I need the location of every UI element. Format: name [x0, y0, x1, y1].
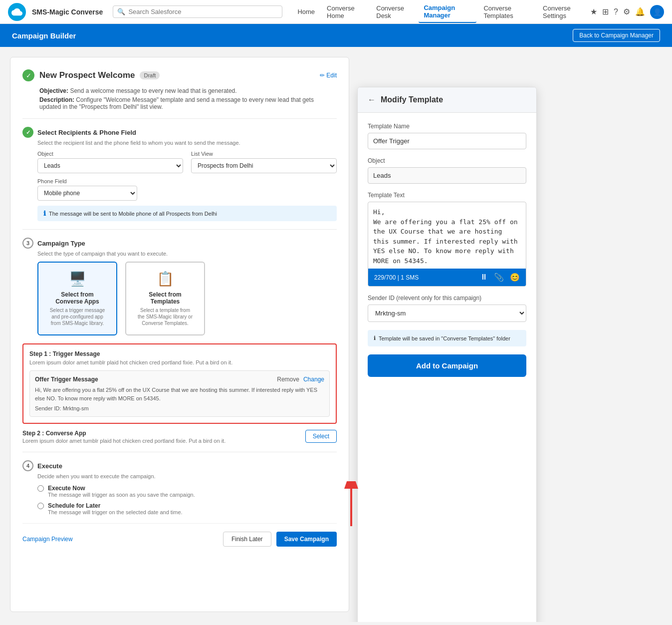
campaign-complete-icon: ✓: [22, 69, 34, 81]
campaign-objective: Objective: Send a welcome message to eve…: [39, 87, 337, 94]
nav-campaign-manager[interactable]: Campaign Manager: [419, 1, 476, 23]
campaign-type-section-header: 3 Campaign Type: [22, 238, 337, 249]
template-name-input[interactable]: [368, 133, 526, 149]
trigger-desc: Lorem ipsum dolor amet tumblr plaid hot …: [29, 359, 330, 365]
app-logo: [8, 3, 26, 21]
execute-now-radio[interactable]: [37, 485, 44, 492]
execute-title: Execute: [37, 462, 62, 470]
recipients-desc: Select the recipient list and the phone …: [37, 140, 337, 146]
execute-desc: Decide when you want to execute the camp…: [37, 473, 337, 479]
schedule-later-option[interactable]: Schedule for Later The message will trig…: [37, 502, 337, 515]
footer-buttons: Finish Later Save Campaign: [223, 532, 337, 547]
nav-converse-home[interactable]: Converse Home: [322, 1, 369, 22]
nav-home[interactable]: Home: [292, 5, 320, 18]
execute-now-desc: The message will trigger as soon as you …: [48, 492, 195, 498]
recipients-title: Select Recipients & Phone Field: [37, 129, 136, 136]
search-bar[interactable]: 🔍: [113, 5, 282, 18]
template-text-wrapper: Hi, We are offering you a flat 25% off o…: [368, 202, 526, 287]
nav-converse-templates[interactable]: Converse Templates: [478, 1, 536, 22]
sender-id-select[interactable]: Mrktng-sm: [368, 305, 526, 322]
trigger-msg-name: Offer Trigger Message: [35, 376, 98, 383]
left-panel: ✓ New Prospect Welcome Draft ✏ Edit Obje…: [10, 57, 349, 612]
templates-icon: 📋: [136, 271, 194, 287]
modify-template-title: Modify Template: [381, 95, 443, 104]
top-icons: ★ ⊞ ? ⚙ 🔔 👤: [590, 5, 664, 19]
templates-card[interactable]: 📋 Select from Templates Select a templat…: [125, 262, 205, 335]
pause-icon[interactable]: ⏸: [480, 273, 488, 282]
list-view-select[interactable]: Prospects from Delhi: [191, 158, 337, 173]
template-save-info-text: Template will be saved in "Converse Temp…: [379, 335, 510, 341]
phone-select[interactable]: Mobile phone: [37, 186, 137, 201]
object-field-group: Object Leads: [37, 151, 183, 173]
edit-campaign-button[interactable]: ✏ Edit: [320, 72, 337, 79]
execute-step-icon: 4: [22, 460, 33, 471]
campaign-preview-link[interactable]: Campaign Preview: [22, 536, 73, 543]
nav-converse-desk[interactable]: Converse Desk: [371, 1, 417, 22]
campaign-type-step-icon: 3: [22, 238, 33, 249]
converse-apps-title: Select from Converse Apps: [48, 291, 106, 305]
main-container: ✓ New Prospect Welcome Draft ✏ Edit Obje…: [0, 47, 672, 622]
campaign-header: ✓ New Prospect Welcome Draft ✏ Edit: [22, 69, 337, 81]
trigger-sender: Sender ID: Mrktng-sm: [35, 405, 324, 411]
converse-apps-desc: Select a trigger message and pre-configu…: [48, 307, 106, 326]
text-area-toolbar: 229/700 | 1 SMS ⏸ 📎 😊: [368, 269, 526, 286]
phone-info-text: The message will be sent to Mobile phone…: [49, 211, 217, 217]
save-campaign-button[interactable]: Save Campaign: [276, 532, 337, 547]
paperclip-icon[interactable]: 📎: [494, 273, 504, 282]
template-text-input[interactable]: Hi, We are offering you a flat 25% off o…: [368, 202, 526, 267]
phone-field-group: Phone Field Mobile phone: [37, 178, 337, 201]
object-field-input[interactable]: [368, 167, 526, 184]
step2-section: Step 2 : Converse App Lorem ipsum dolor …: [22, 430, 337, 444]
back-to-campaign-manager-button[interactable]: Back to Campaign Manager: [573, 29, 660, 42]
draft-badge: Draft: [140, 71, 160, 79]
modify-header: ← Modify Template: [358, 87, 536, 113]
notification-icon[interactable]: 🔔: [635, 7, 645, 16]
schedule-later-label: Schedule for Later: [48, 502, 100, 509]
finish-later-button[interactable]: Finish Later: [223, 532, 271, 547]
add-to-campaign-button[interactable]: Add to Campaign: [368, 354, 526, 377]
nav-converse-settings[interactable]: Converse Settings: [538, 1, 590, 22]
phone-label: Phone Field: [37, 178, 337, 184]
search-input[interactable]: [128, 8, 278, 15]
execute-now-option[interactable]: Execute Now The message will trigger as …: [37, 484, 337, 498]
info-icon: ℹ: [43, 210, 46, 217]
trigger-title: Step 1 : Trigger Message: [29, 350, 330, 357]
object-field-label: Object: [368, 157, 526, 164]
execute-options: Execute Now The message will trigger as …: [37, 484, 337, 515]
help-icon[interactable]: ?: [614, 7, 618, 16]
trigger-message-box: Offer Trigger Message Remove Change Hi, …: [29, 370, 330, 417]
templates-title: Select from Templates: [136, 291, 194, 305]
change-trigger-link[interactable]: Change: [303, 376, 324, 383]
campaign-description: Description: Configure "Welcome Message"…: [39, 96, 337, 110]
campaign-builder-title: Campaign Builder: [12, 31, 76, 40]
top-bar: SMS-Magic Converse 🔍 Home Converse Home …: [0, 0, 672, 24]
recipients-step-icon: ✓: [22, 127, 33, 138]
favorites-icon[interactable]: ★: [590, 7, 597, 16]
schedule-later-desc: The message will trigger on the selected…: [48, 509, 183, 515]
trigger-msg-header: Offer Trigger Message Remove Change: [35, 376, 324, 383]
back-arrow-icon[interactable]: ←: [368, 95, 376, 104]
grid-icon[interactable]: ⊞: [602, 7, 609, 16]
converse-apps-card[interactable]: 🖥️ Select from Converse Apps Select a tr…: [37, 262, 117, 335]
execute-section-header: 4 Execute: [22, 460, 337, 471]
object-select[interactable]: Leads: [37, 158, 183, 173]
templates-desc: Select a template from the SMS-Magic lib…: [136, 307, 194, 326]
campaign-type-desc: Select the type of campaign that you wan…: [37, 251, 337, 257]
remove-trigger-link[interactable]: Remove: [277, 376, 299, 383]
modify-body: Template Name Object Template Text Hi, W…: [358, 113, 536, 387]
toolbar-icons: ⏸ 📎 😊: [480, 273, 520, 282]
schedule-later-radio[interactable]: [37, 503, 44, 509]
user-avatar[interactable]: 👤: [650, 5, 664, 19]
campaign-title-row: ✓ New Prospect Welcome Draft: [22, 69, 160, 81]
settings-icon[interactable]: ⚙: [623, 7, 630, 16]
object-listview-row: Object Leads List View Prospects from De…: [37, 151, 337, 173]
sender-id-section: Sender ID (relevent only for this campai…: [368, 295, 526, 322]
sender-id-label: Sender ID (relevent only for this campai…: [368, 295, 526, 302]
trigger-msg-text: Hi, We are offering you a flat 25% off o…: [35, 386, 324, 402]
template-name-label: Template Name: [368, 123, 526, 130]
campaign-type-cards: 🖥️ Select from Converse Apps Select a tr…: [37, 262, 337, 335]
modify-template-panel: ← Modify Template Template Name Object T…: [357, 87, 537, 622]
emoji-icon[interactable]: 😊: [510, 273, 520, 282]
step2-select-button[interactable]: Select: [305, 430, 337, 443]
list-view-label: List View: [191, 151, 337, 157]
